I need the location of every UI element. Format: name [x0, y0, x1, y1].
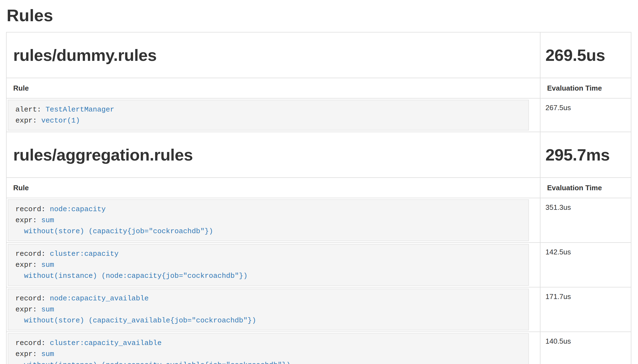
rule-keyword: record:	[15, 339, 50, 347]
rule-row: alert: TestAlertManager expr: vector(1)2…	[6, 98, 631, 132]
rule-group-title: rules/aggregation.rules	[13, 145, 533, 164]
rule-name-link[interactable]: cluster:capacity	[50, 250, 119, 258]
rule-row: record: cluster:capacity_available expr:…	[6, 332, 631, 364]
rule-keyword: alert:	[15, 105, 45, 114]
rule-column-header: Rule	[6, 178, 540, 198]
rule-row: record: node:capacity expr: sum without(…	[6, 198, 631, 243]
rule-group-name-cell: rules/dummy.rules	[6, 32, 540, 78]
rule-evaluation-time: 351.3us	[540, 198, 631, 243]
rule-evaluation-time: 171.7us	[540, 287, 631, 332]
rule-column-header: Rule	[6, 78, 540, 98]
rule-keyword: record:	[15, 205, 50, 213]
rule-name-link[interactable]: node:capacity	[50, 205, 106, 213]
rules-table: rules/dummy.rules269.5usRuleEvaluation T…	[6, 32, 631, 364]
rule-group-evaluation-time: 269.5us	[545, 46, 626, 65]
rule-group-evaluation-time-cell: 269.5us	[540, 32, 631, 78]
rule-cell: record: node:capacity_available expr: su…	[6, 287, 540, 332]
rule-group: rules/dummy.rules269.5usRuleEvaluation T…	[6, 32, 631, 132]
rule-keyword: record:	[15, 250, 50, 258]
rule-name-link[interactable]: node:capacity_available	[50, 294, 149, 303]
rule-group-header-row: rules/aggregation.rules295.7ms	[6, 132, 631, 178]
evaluation-time-column-header: Evaluation Time	[540, 178, 631, 198]
column-header-row: RuleEvaluation Time	[6, 178, 631, 198]
rule-cell: record: cluster:capacity expr: sum witho…	[6, 243, 540, 287]
rule-group-evaluation-time-cell: 295.7ms	[540, 132, 631, 178]
rule-row: record: node:capacity_available expr: su…	[6, 287, 631, 332]
rule-group-header-row: rules/dummy.rules269.5us	[6, 32, 631, 78]
evaluation-time-column-header: Evaluation Time	[540, 78, 631, 98]
rule-cell: record: node:capacity expr: sum without(…	[6, 198, 540, 243]
rule-expr-link[interactable]: sum without(store) (capacity_available{j…	[15, 305, 256, 325]
rule-evaluation-time: 140.5us	[540, 332, 631, 364]
rule-definition: alert: TestAlertManager expr: vector(1)	[8, 100, 529, 131]
rule-group-name-cell: rules/aggregation.rules	[6, 132, 540, 178]
rule-expr-keyword: expr:	[15, 116, 41, 125]
rule-evaluation-time: 267.5us	[540, 98, 631, 132]
rule-expr-keyword: expr:	[15, 350, 41, 358]
rule-row: record: cluster:capacity expr: sum witho…	[6, 243, 631, 287]
rule-expr-keyword: expr:	[15, 216, 41, 224]
rule-cell: record: cluster:capacity_available expr:…	[6, 332, 540, 364]
rule-expr-keyword: expr:	[15, 305, 41, 314]
rule-definition: record: node:capacity_available expr: su…	[8, 289, 529, 330]
rule-group-title: rules/dummy.rules	[13, 46, 533, 65]
rule-definition: record: cluster:capacity expr: sum witho…	[8, 244, 529, 286]
rule-evaluation-time: 142.5us	[540, 243, 631, 287]
rule-definition: record: cluster:capacity_available expr:…	[8, 333, 529, 364]
rule-expr-link[interactable]: vector(1)	[41, 116, 80, 125]
rule-cell: alert: TestAlertManager expr: vector(1)	[6, 98, 540, 132]
rule-expr-link[interactable]: sum without(store) (capacity{job="cockro…	[15, 216, 213, 235]
rule-group-evaluation-time: 295.7ms	[545, 145, 626, 164]
rule-definition: record: node:capacity expr: sum without(…	[8, 199, 529, 241]
page-title: Rules	[7, 6, 632, 25]
rule-keyword: record:	[15, 294, 50, 303]
rule-expr-keyword: expr:	[15, 261, 41, 269]
rule-name-link[interactable]: cluster:capacity_available	[50, 339, 162, 347]
rule-expr-link[interactable]: sum without(instance) (node:capacity_ava…	[15, 350, 291, 364]
column-header-row: RuleEvaluation Time	[6, 78, 631, 98]
rule-group: rules/aggregation.rules295.7msRuleEvalua…	[6, 132, 631, 364]
rule-name-link[interactable]: TestAlertManager	[45, 105, 114, 114]
rule-expr-link[interactable]: sum without(instance) (node:capacity{job…	[15, 261, 248, 280]
rules-page: Rules rules/dummy.rules269.5usRuleEvalua…	[0, 0, 638, 364]
